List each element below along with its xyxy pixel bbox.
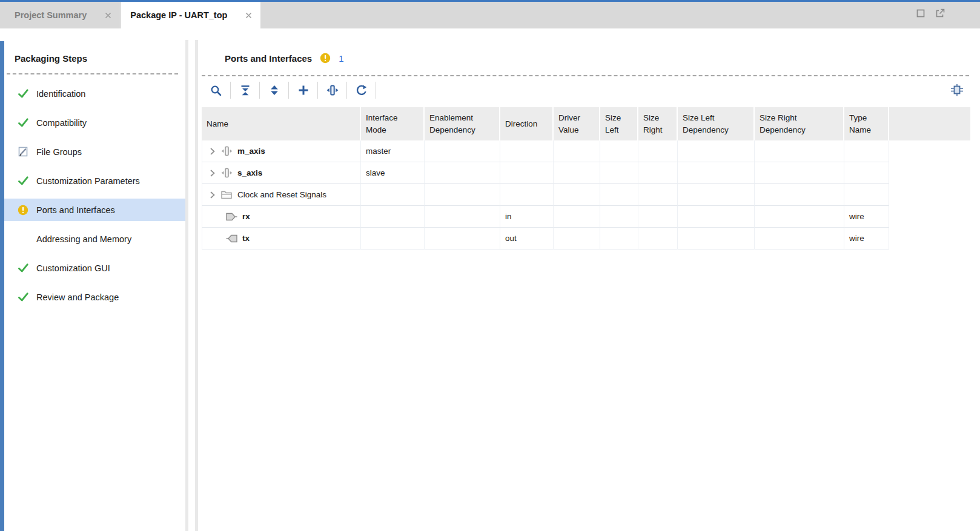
cell-type-name <box>844 140 889 162</box>
sidebar-item-ports-and-interfaces[interactable]: Ports and Interfaces <box>4 199 185 221</box>
sidebar-item-label: Ports and Interfaces <box>36 205 115 215</box>
ip-ports-view-button[interactable] <box>945 79 969 101</box>
cell-size-right-dependency <box>755 228 844 249</box>
sidebar-item-customization-gui[interactable]: Customization GUI <box>4 257 185 279</box>
column-header-size-left[interactable]: Size Left <box>600 107 638 140</box>
cell-size-left-dependency <box>678 140 755 162</box>
cell-size-right <box>638 140 678 162</box>
check-icon <box>18 117 28 128</box>
table-toolbar <box>202 77 969 104</box>
expand-all-icon <box>269 85 280 96</box>
table-row-s-axis[interactable]: s_axis slave <box>202 162 970 184</box>
input-port-icon <box>226 211 237 222</box>
packaging-steps-panel: Packaging Steps Identification Compatibi… <box>4 40 188 531</box>
sidebar-item-compatibility[interactable]: Compatibility <box>4 111 185 134</box>
column-header-interface-mode[interactable]: Interface Mode <box>361 107 425 140</box>
cell-filler <box>889 162 970 184</box>
cell-name: tx <box>202 228 361 249</box>
table-row-tx[interactable]: tx out wire <box>202 228 970 249</box>
check-icon <box>18 292 28 303</box>
cell-size-right-dependency <box>755 206 844 228</box>
tab-label: Package IP - UART_top <box>130 10 227 20</box>
warning-icon <box>320 53 331 64</box>
refresh-button[interactable] <box>347 79 376 101</box>
warning-count[interactable]: 1 <box>339 53 343 64</box>
column-header-type-name[interactable]: Type Name <box>844 107 889 140</box>
collapse-all-button[interactable] <box>231 79 259 101</box>
sidebar-item-file-groups[interactable]: File Groups <box>4 140 185 163</box>
refresh-icon <box>356 85 367 96</box>
icon-spacer <box>18 234 28 245</box>
table-row-rx[interactable]: rx in wire <box>202 206 970 228</box>
expand-chevron-icon[interactable] <box>210 148 216 155</box>
sidebar-divider <box>7 73 178 74</box>
sidebar-item-customization-parameters[interactable]: Customization Parameters <box>4 170 185 192</box>
sidebar-item-addressing-and-memory[interactable]: Addressing and Memory <box>4 228 185 250</box>
ports-table: Name Interface Mode Enablement Dependenc… <box>202 107 970 531</box>
cell-size-right <box>638 162 678 184</box>
table-row-clock-and-reset-signals[interactable]: Clock and Reset Signals <box>202 184 970 206</box>
cell-interface-mode <box>361 228 425 249</box>
search-icon <box>210 85 222 96</box>
cell-driver-value <box>554 206 600 228</box>
sidebar-item-review-and-package[interactable]: Review and Package <box>4 286 185 308</box>
expand-all-button[interactable] <box>260 79 288 101</box>
cell-size-left-dependency <box>678 228 755 249</box>
ports-and-interfaces-panel: Ports and Interfaces 1 <box>195 40 970 531</box>
maximize-icon[interactable] <box>916 9 925 20</box>
cell-direction <box>500 140 554 162</box>
check-icon <box>18 176 28 186</box>
cell-enablement-dependency <box>425 140 500 162</box>
cell-size-left-dependency <box>678 184 755 206</box>
search-button[interactable] <box>202 79 230 101</box>
port-name: s_axis <box>237 168 262 177</box>
autofit-columns-button[interactable] <box>318 79 346 101</box>
cell-name: m_axis <box>202 140 361 162</box>
expand-chevron-icon[interactable] <box>210 170 216 177</box>
cell-interface-mode: master <box>361 140 425 162</box>
port-name: m_axis <box>237 147 265 156</box>
column-header-name[interactable]: Name <box>202 107 361 140</box>
sidebar-item-identification[interactable]: Identification <box>4 82 185 105</box>
close-icon[interactable] <box>245 12 252 19</box>
column-header-filler <box>889 107 970 140</box>
column-header-size-left-dependency[interactable]: Size Left Dependency <box>678 107 755 140</box>
collapse-all-icon <box>240 85 251 96</box>
sidebar-item-label: Customization Parameters <box>36 176 140 186</box>
port-name: rx <box>242 212 250 221</box>
cell-type-name: wire <box>844 228 889 249</box>
panel-header: Ports and Interfaces 1 <box>225 51 344 65</box>
column-header-size-right-dependency[interactable]: Size Right Dependency <box>755 107 844 140</box>
cell-filler <box>889 140 970 162</box>
add-button[interactable] <box>289 79 317 101</box>
column-header-size-right[interactable]: Size Right <box>638 107 678 140</box>
header-divider <box>202 75 969 76</box>
cell-enablement-dependency <box>425 228 500 249</box>
check-icon <box>18 263 28 274</box>
column-header-driver-value[interactable]: Driver Value <box>554 107 600 140</box>
cell-driver-value <box>554 162 600 184</box>
cell-type-name <box>844 184 889 206</box>
group-name: Clock and Reset Signals <box>237 190 326 199</box>
cell-filler <box>889 206 970 228</box>
cell-enablement-dependency <box>425 206 500 228</box>
cell-size-right <box>638 228 678 249</box>
warning-icon <box>18 205 28 216</box>
cell-size-right <box>638 184 678 206</box>
tab-package-ip[interactable]: Package IP - UART_top <box>121 2 260 28</box>
expand-chevron-icon[interactable] <box>210 191 216 199</box>
table-row-m-axis[interactable]: m_axis master <box>202 140 970 162</box>
cell-size-left <box>600 206 638 228</box>
cell-size-right-dependency <box>755 162 844 184</box>
cell-name: Clock and Reset Signals <box>202 184 361 206</box>
close-icon[interactable] <box>105 12 111 19</box>
float-window-icon[interactable] <box>936 8 945 20</box>
column-header-direction[interactable]: Direction <box>500 107 554 140</box>
sidebar-item-label: Customization GUI <box>36 263 110 273</box>
column-header-enablement-dependency[interactable]: Enablement Dependency <box>425 107 500 140</box>
cell-size-left <box>600 162 638 184</box>
cell-direction: out <box>500 228 554 249</box>
workspace: Packaging Steps Identification Compatibi… <box>0 40 980 531</box>
tab-project-summary[interactable]: Project Summary <box>5 2 121 28</box>
panel-window-controls <box>916 8 945 20</box>
